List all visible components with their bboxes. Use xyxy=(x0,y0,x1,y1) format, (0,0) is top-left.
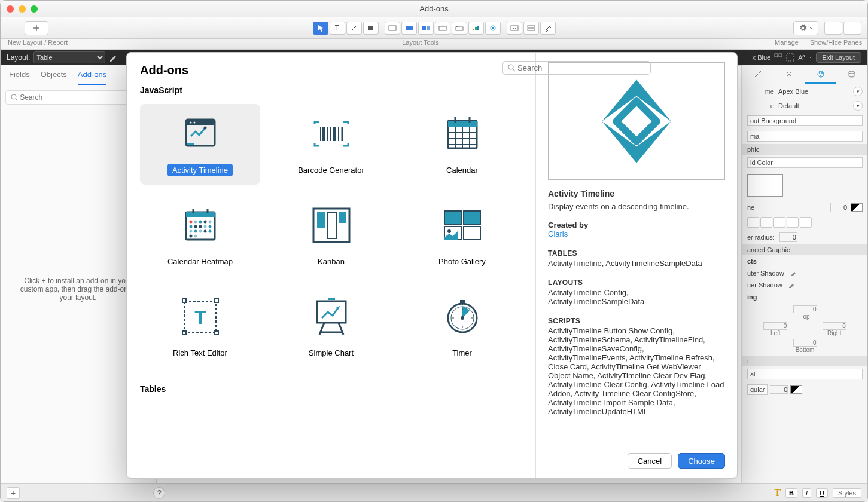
pad-left[interactable] xyxy=(763,322,787,330)
addon-barcode-generator[interactable]: Barcode Generator xyxy=(271,104,391,185)
radius-input[interactable] xyxy=(779,232,797,242)
chart-tool[interactable] xyxy=(468,22,484,35)
addon-label: Barcode Generator xyxy=(293,164,369,176)
svg-point-54 xyxy=(194,221,197,224)
format-painter-tool[interactable] xyxy=(540,22,556,35)
creator-link[interactable]: Claris xyxy=(548,229,725,238)
bold-btn[interactable]: B xyxy=(785,488,797,498)
exit-layout-button[interactable]: Exit Layout xyxy=(816,52,861,63)
pencil-icon[interactable] xyxy=(790,270,796,276)
add-button[interactable]: + xyxy=(7,487,20,499)
pad-top[interactable] xyxy=(793,305,817,313)
pencil-icon[interactable] xyxy=(788,282,794,288)
bg-select[interactable]: out Background xyxy=(747,115,863,126)
theme-disc[interactable]: ▾ xyxy=(853,87,863,96)
addon-label: Calendar xyxy=(441,164,483,176)
tab-fields[interactable]: Fields xyxy=(9,70,30,85)
addons-modal: Add-ons JavaScript Activity Timeline Bar… xyxy=(126,52,738,479)
font-size[interactable] xyxy=(770,385,788,394)
modal-search[interactable] xyxy=(502,61,536,75)
right-pane-toggle[interactable] xyxy=(843,22,861,35)
font-select[interactable]: al xyxy=(747,369,863,379)
svg-rect-75 xyxy=(464,211,480,224)
rect-tool[interactable] xyxy=(363,22,379,35)
inspector-tab-tools[interactable] xyxy=(773,65,805,84)
field-picker-tool[interactable] xyxy=(507,22,522,35)
zoom-window[interactable] xyxy=(31,5,38,13)
svg-point-59 xyxy=(194,225,197,228)
line-tool[interactable] xyxy=(346,22,362,35)
svg-rect-83 xyxy=(215,331,218,335)
part-tool[interactable] xyxy=(523,22,539,35)
border-r[interactable] xyxy=(773,217,785,228)
border-all[interactable] xyxy=(747,217,759,228)
style-disc[interactable]: ▾ xyxy=(853,101,863,111)
addon-label: Calendar Heatmap xyxy=(163,255,237,268)
pointer-tool[interactable] xyxy=(313,22,328,35)
new-layout-button[interactable] xyxy=(25,21,48,35)
webviewer-tool[interactable] xyxy=(485,22,501,35)
bottom-bar: + ? T B I U Styles xyxy=(1,483,867,501)
pencil-icon[interactable] xyxy=(109,53,117,62)
border-l[interactable] xyxy=(800,217,812,228)
rulers-icon[interactable] xyxy=(786,53,794,62)
choose-button[interactable]: Choose xyxy=(678,453,725,469)
close-window[interactable] xyxy=(7,5,14,13)
addon-kanban[interactable]: Kanban xyxy=(271,195,391,276)
tab-tool[interactable] xyxy=(452,22,467,35)
border-t[interactable] xyxy=(760,217,772,228)
scripts-label: SCRIPTS xyxy=(548,317,725,325)
aa-icon[interactable]: Aª xyxy=(798,54,805,61)
fill-swatch[interactable] xyxy=(747,174,783,197)
inspector-tab-data[interactable] xyxy=(836,65,867,84)
field-tool[interactable] xyxy=(385,22,400,35)
inspector-tab-ruler[interactable] xyxy=(742,65,773,84)
addon-calendar-heatmap[interactable]: Calendar Heatmap xyxy=(140,195,260,276)
border-b[interactable] xyxy=(787,217,799,228)
weight-select[interactable]: gular xyxy=(747,384,768,395)
addon-simple-chart[interactable]: Simple Chart xyxy=(271,287,391,368)
layouts-label: LAYOUTS xyxy=(548,278,725,287)
svg-rect-85 xyxy=(317,301,346,323)
text-tool-T[interactable]: T xyxy=(774,488,781,498)
line-width[interactable] xyxy=(830,203,848,212)
pad-right[interactable] xyxy=(823,322,846,330)
modal-main: Add-ons JavaScript Activity Timeline Bar… xyxy=(127,53,536,478)
svg-point-65 xyxy=(199,230,202,233)
addon-calendar[interactable]: Calendar xyxy=(402,104,522,185)
layout-select[interactable]: Table xyxy=(33,51,105,63)
svg-point-77 xyxy=(447,229,451,233)
line-swatch[interactable] xyxy=(851,203,863,212)
italic-btn[interactable]: I xyxy=(802,488,811,498)
cancel-button[interactable]: Cancel xyxy=(628,453,672,469)
fill-select[interactable]: id Color xyxy=(747,157,863,168)
grid-icon[interactable] xyxy=(774,53,782,62)
buttonbar-tool[interactable] xyxy=(418,22,434,35)
help-button[interactable]: ? xyxy=(153,487,165,499)
svg-rect-1 xyxy=(389,26,396,30)
photo-gallery-icon xyxy=(441,204,484,247)
text-tool[interactable]: T xyxy=(330,22,345,35)
underline-btn[interactable]: U xyxy=(816,488,828,498)
addon-rich-text-editor[interactable]: T Rich Text Editor xyxy=(140,287,260,368)
pad-bottom[interactable] xyxy=(793,339,817,347)
state-select[interactable]: mal xyxy=(747,131,863,142)
minimize-window[interactable] xyxy=(19,5,26,13)
tab-objects[interactable]: Objects xyxy=(41,70,67,85)
manage-menu[interactable] xyxy=(793,21,818,35)
tables-label: TABLES xyxy=(548,249,725,258)
tab-addons[interactable]: Add-ons xyxy=(78,70,106,85)
addon-photo-gallery[interactable]: Photo Gallery xyxy=(402,195,522,276)
inspector-tab-appearance[interactable] xyxy=(805,65,836,84)
modal-search-input[interactable] xyxy=(517,63,536,72)
popover-tool[interactable] xyxy=(435,22,450,35)
addon-timer[interactable]: Timer xyxy=(402,287,522,368)
button-tool[interactable] xyxy=(401,22,417,35)
left-pane-toggle[interactable] xyxy=(824,22,842,35)
inner-shadow: ner Shadow xyxy=(747,281,782,289)
svg-point-29 xyxy=(193,122,195,124)
text-color-swatch[interactable] xyxy=(790,385,802,394)
styles-btn[interactable]: Styles xyxy=(833,488,861,498)
addon-activity-timeline[interactable]: Activity Timeline xyxy=(140,104,260,185)
sub-layouttools: Layout Tools xyxy=(72,39,769,49)
